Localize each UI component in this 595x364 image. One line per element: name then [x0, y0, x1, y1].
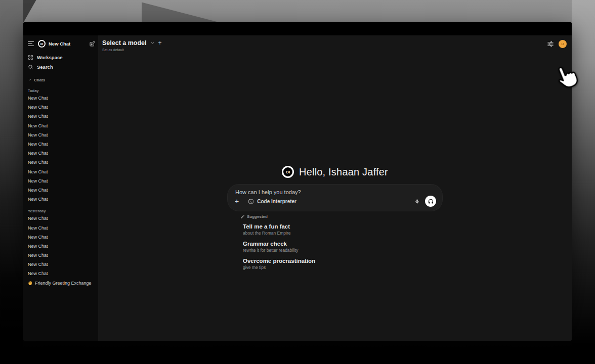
chat-list-item[interactable]: New Chat	[28, 233, 95, 242]
model-selector[interactable]: Select a model	[102, 39, 147, 47]
chat-list-item[interactable]: New Chat	[28, 195, 95, 204]
chat-list-item[interactable]: New Chat	[28, 130, 95, 140]
chat-list-item[interactable]: New Chat	[28, 103, 95, 112]
chat-item-label: New Chat	[28, 253, 48, 258]
chat-list-item[interactable]: New Chat	[28, 260, 95, 269]
chat-list-item[interactable]: New Chat	[28, 140, 95, 149]
chat-list-item[interactable]: New Chat	[28, 121, 95, 130]
window-titlebar	[23, 22, 572, 35]
sidebar-item-search[interactable]: Search	[28, 62, 95, 72]
microphone-icon[interactable]	[414, 198, 420, 205]
app-window: OI New Chat Workspace	[23, 22, 572, 341]
chat-list-item[interactable]: New Chat	[28, 112, 95, 121]
chat-item-label: New Chat	[28, 262, 48, 267]
chat-list-item[interactable]: New Chat	[28, 223, 95, 232]
wallpaper-facet	[0, 0, 23, 364]
headphones-icon	[428, 198, 434, 205]
suggested-prompt[interactable]: Overcome procrastinationgive me tips	[243, 258, 442, 270]
sidebar-title: New Chat	[49, 41, 70, 47]
suggested-header: Suggested	[240, 214, 442, 219]
chat-item-label: New Chat	[28, 178, 48, 184]
chat-list-item[interactable]: New Chat	[28, 176, 95, 186]
greeting-row: OI Hello, Ishaan Jaffer	[228, 166, 442, 178]
chat-list-item[interactable]: New Chat	[28, 167, 95, 176]
workspace-grid-icon	[28, 55, 33, 60]
chat-list-item[interactable]: New Chat	[28, 149, 95, 158]
settings-sliders-icon[interactable]	[547, 40, 554, 48]
suggested-prompt-subtitle: give me tips	[243, 265, 442, 270]
set-default-link[interactable]: Set as default	[102, 48, 162, 52]
chat-list-item[interactable]: New Chat	[28, 214, 95, 223]
chat-item-label: New Chat	[28, 123, 48, 128]
chevron-down-icon[interactable]	[150, 41, 155, 46]
chat-list-item[interactable]: Friendly Greeting Exchange	[28, 279, 95, 288]
chat-item-label: New Chat	[28, 188, 48, 193]
message-input[interactable]: How can I help you today?	[234, 189, 436, 195]
chat-item-label: New Chat	[28, 105, 48, 110]
pencil-icon	[240, 214, 245, 219]
chat-list: TodayNew ChatNew ChatNew ChatNew ChatNew…	[28, 87, 95, 288]
main-panel: Select a model + Set as default	[98, 35, 572, 341]
letterbox-bar	[0, 349, 595, 364]
new-chat-edit-icon[interactable]	[89, 41, 95, 47]
suggested-prompt[interactable]: Tell me a fun factabout the Roman Empire	[243, 223, 442, 236]
code-interpreter-label: Code Interpreter	[257, 199, 296, 204]
chat-list-item[interactable]: New Chat	[28, 242, 95, 251]
suggested-prompt-subtitle: about the Roman Empire	[243, 231, 442, 236]
user-avatar[interactable]: IJ	[559, 40, 567, 48]
chat-item-label: New Chat	[28, 132, 48, 138]
search-icon	[28, 64, 33, 70]
chevron-down-icon	[28, 78, 32, 82]
welcome-area: OI Hello, Ishaan Jaffer How can I help y…	[228, 166, 442, 275]
chat-item-label: New Chat	[28, 216, 48, 221]
suggested-items: Tell me a fun factabout the Roman Empire…	[243, 223, 442, 270]
sidebar-toggle-icon[interactable]	[28, 41, 34, 47]
chats-section-toggle[interactable]: Chats	[28, 76, 95, 83]
sidebar-item-label: Workspace	[37, 55, 63, 60]
chat-list-item[interactable]: New Chat	[28, 251, 95, 260]
header-actions: IJ	[547, 40, 567, 48]
message-composer[interactable]: How can I help you today? + Code Interpr…	[228, 185, 442, 211]
model-selector-area: Select a model + Set as default	[102, 39, 162, 52]
chat-item-label: New Chat	[28, 114, 48, 119]
chat-item-label: New Chat	[28, 160, 48, 165]
chat-item-label: Friendly Greeting Exchange	[35, 281, 92, 286]
greeting-text: Hello, Ishaan Jaffer	[299, 166, 388, 178]
screen: OI New Chat Workspace	[0, 0, 595, 364]
chat-item-label: New Chat	[28, 169, 48, 174]
sidebar-header: OI New Chat	[28, 39, 95, 48]
suggested-section: Suggested Tell me a fun factabout the Ro…	[228, 214, 442, 270]
suggested-prompt-title: Tell me a fun fact	[243, 223, 442, 230]
sidebar-item-workspace[interactable]: Workspace	[28, 53, 95, 62]
wave-hand-icon	[28, 281, 33, 286]
chat-item-label: New Chat	[28, 151, 48, 156]
chat-item-label: New Chat	[28, 235, 48, 240]
voice-call-button[interactable]	[425, 196, 436, 207]
chat-item-label: New Chat	[28, 96, 48, 101]
chats-section-label: Chats	[34, 78, 45, 82]
chat-list-item[interactable]: New Chat	[28, 94, 95, 103]
add-model-button[interactable]: +	[158, 40, 162, 46]
wallpaper-facet	[572, 0, 595, 364]
suggested-label: Suggested	[247, 214, 268, 219]
app-logo: OI	[38, 40, 46, 48]
suggested-prompt-title: Grammar check	[243, 241, 442, 247]
attach-plus-button[interactable]: +	[234, 198, 240, 204]
chat-item-label: New Chat	[28, 244, 48, 249]
command-line-icon	[248, 199, 254, 204]
suggested-prompt-title: Overcome procrastination	[243, 258, 442, 264]
code-interpreter-toggle[interactable]: Code Interpreter	[248, 199, 296, 204]
chat-group-label: Yesterday	[28, 208, 95, 214]
app-logo: OI	[282, 166, 294, 178]
sidebar: OI New Chat Workspace	[23, 35, 98, 341]
suggested-prompt-subtitle: rewrite it for better readability	[243, 248, 442, 253]
chat-item-label: New Chat	[28, 225, 48, 231]
sidebar-item-label: Search	[37, 64, 53, 70]
chat-item-label: New Chat	[28, 197, 48, 202]
chat-group-label: Today	[28, 87, 95, 94]
chat-item-label: New Chat	[28, 142, 48, 147]
chat-list-item[interactable]: New Chat	[28, 158, 95, 167]
chat-list-item[interactable]: New Chat	[28, 269, 95, 278]
suggested-prompt[interactable]: Grammar checkrewrite it for better reada…	[243, 241, 442, 253]
chat-list-item[interactable]: New Chat	[28, 186, 95, 195]
